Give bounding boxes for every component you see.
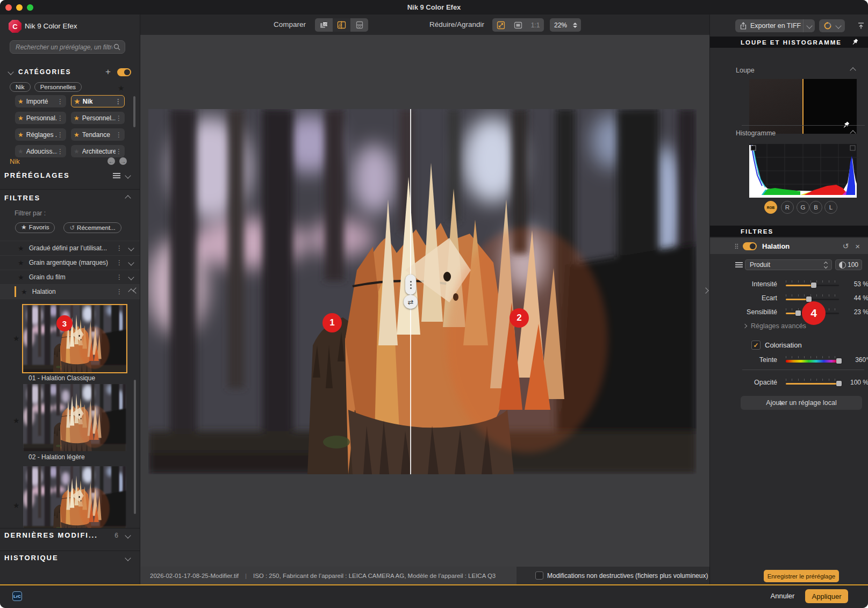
compare-overlay-icon[interactable] bbox=[315, 18, 333, 32]
channel-b-button[interactable]: B bbox=[809, 201, 822, 214]
presets-scrollbar[interactable] bbox=[134, 380, 136, 514]
star-icon[interactable]: ★ bbox=[74, 132, 80, 138]
one-to-one-button[interactable]: 1:1 bbox=[527, 18, 544, 32]
more-options-icon[interactable]: ⋮ bbox=[116, 274, 123, 280]
more-options-icon[interactable]: ⋮ bbox=[116, 288, 123, 295]
chevron-down-icon[interactable] bbox=[128, 245, 134, 251]
reset-icon[interactable]: ↺ bbox=[843, 242, 849, 250]
stepper-up-icon[interactable] bbox=[573, 23, 577, 25]
star-icon[interactable]: ★ bbox=[18, 259, 24, 266]
filter-group-grain-argentique[interactable]: ★Grain argentique (marques)⋮ bbox=[0, 255, 140, 270]
search-input[interactable] bbox=[15, 43, 113, 52]
more-options-icon[interactable]: ⋮ bbox=[57, 98, 63, 105]
halation-filter-row[interactable]: Halation ↺ × bbox=[710, 238, 868, 254]
star-icon[interactable]: ★ bbox=[18, 132, 24, 138]
filter-group-halation[interactable]: ★Halation⋮ bbox=[0, 284, 140, 299]
filter-group-grain-film[interactable]: ★Grain du film⋮ bbox=[0, 270, 140, 284]
star-icon[interactable]: ★ bbox=[18, 274, 24, 281]
blend-list-icon[interactable] bbox=[735, 262, 743, 267]
slider-thumb[interactable] bbox=[811, 283, 816, 288]
sync-button[interactable] bbox=[819, 19, 845, 32]
preset-thumbnail-1[interactable] bbox=[23, 305, 126, 372]
channel-r-button[interactable]: R bbox=[781, 201, 794, 214]
export-options[interactable] bbox=[803, 19, 812, 32]
chevron-down-icon[interactable] bbox=[125, 555, 131, 561]
star-icon[interactable]: ★ bbox=[21, 288, 27, 295]
apply-button[interactable]: Appliquer bbox=[805, 589, 848, 603]
category-personnal[interactable]: ★Personnal...⋮ bbox=[15, 112, 66, 124]
teinte-slider[interactable] bbox=[786, 356, 839, 364]
split-drag-handle[interactable] bbox=[405, 274, 416, 295]
channel-g-button[interactable]: G bbox=[797, 201, 809, 214]
save-preset-button[interactable]: Enregistrer le préréglage bbox=[764, 570, 839, 582]
halation-enable-toggle[interactable] bbox=[743, 242, 757, 250]
loupe-collapse-icon[interactable] bbox=[850, 67, 856, 73]
chevron-down-icon[interactable] bbox=[128, 259, 134, 265]
presets-header-row[interactable]: PRÉRÉGLAGES bbox=[0, 171, 140, 179]
stepper-down-icon[interactable] bbox=[573, 26, 577, 28]
star-icon[interactable]: ★ bbox=[74, 115, 80, 121]
preset-thumbnail-3[interactable] bbox=[23, 466, 126, 528]
last-edits-header-row[interactable]: DERNIÈRES MODIFI... 6 bbox=[0, 531, 140, 539]
categories-scrollbar[interactable] bbox=[133, 96, 135, 127]
opacity-slider[interactable] bbox=[786, 379, 839, 386]
intensity-slider[interactable] bbox=[786, 280, 839, 288]
blend-mode-select[interactable]: Produit bbox=[745, 259, 832, 270]
category-tendance[interactable]: ★Tendance⋮ bbox=[71, 128, 125, 141]
star-icon[interactable]: ★ bbox=[18, 98, 24, 105]
star-icon[interactable]: ★ bbox=[18, 245, 24, 252]
star-icon[interactable]: ★ bbox=[74, 98, 80, 105]
category-reglages[interactable]: ★Réglages ...⋮ bbox=[15, 128, 66, 141]
star-icon[interactable]: ★ bbox=[74, 148, 80, 155]
category-architecture[interactable]: ★Architecture⋮ bbox=[71, 145, 125, 157]
compare-split-icon[interactable] bbox=[333, 18, 350, 32]
chevron-up-icon[interactable] bbox=[125, 195, 131, 201]
fill-screen-icon[interactable] bbox=[510, 18, 527, 32]
category-nik[interactable]: ★Nik⋮ bbox=[71, 95, 125, 107]
collapse-panel-icon[interactable] bbox=[857, 21, 865, 30]
ecart-slider[interactable] bbox=[786, 294, 839, 302]
tag-favorite-icon[interactable]: ★ bbox=[118, 84, 125, 92]
nondestructive-checkbox[interactable] bbox=[535, 571, 543, 580]
star-icon[interactable]: ★ bbox=[18, 148, 24, 155]
chip-favoris[interactable]: ★Favoris bbox=[15, 222, 55, 233]
preset-star-icon[interactable]: ★ bbox=[13, 417, 20, 424]
zoom-stepper[interactable] bbox=[571, 23, 579, 28]
preset-star-icon[interactable]: ★ bbox=[13, 502, 20, 509]
pin-icon[interactable] bbox=[851, 38, 859, 46]
chip-recemment[interactable]: ↺Récemment... bbox=[63, 222, 121, 233]
channel-l-button[interactable]: L bbox=[824, 201, 837, 214]
chevron-down-icon[interactable] bbox=[125, 172, 131, 178]
split-swap-icon[interactable]: ⇄ bbox=[404, 295, 418, 309]
more-options-icon[interactable]: ⋮ bbox=[116, 115, 122, 121]
category-adouciss[interactable]: ★Adouciss...⋮ bbox=[15, 145, 66, 157]
filter-group-gradue[interactable]: ★Gradué défini par l’utilisat...⋮ bbox=[0, 241, 140, 255]
categories-toggle[interactable] bbox=[117, 68, 131, 76]
zoom-level-control[interactable]: 22% bbox=[550, 18, 581, 32]
more-options-icon[interactable]: ⋮ bbox=[116, 245, 123, 251]
remove-filter-icon[interactable]: × bbox=[855, 242, 860, 251]
category-personnel[interactable]: ★Personnel...⋮ bbox=[71, 112, 125, 124]
tag-personnelles[interactable]: Personnelles bbox=[34, 82, 82, 92]
chevron-down-icon[interactable] bbox=[8, 69, 13, 75]
add-category-icon[interactable]: + bbox=[105, 67, 112, 77]
chevron-down-icon[interactable] bbox=[125, 532, 131, 538]
blend-opacity-control[interactable]: 100 bbox=[835, 259, 862, 270]
tag-nik[interactable]: Nik bbox=[10, 82, 31, 92]
more-options-icon[interactable]: ⋮ bbox=[115, 98, 121, 105]
more-options-icon[interactable]: ⋮ bbox=[57, 115, 63, 121]
photo[interactable]: ⇄ 1 2 bbox=[148, 109, 697, 474]
add-local-adjustment-button[interactable]: + Ajouter un réglage local bbox=[741, 396, 862, 410]
more-options-icon[interactable]: ⋮ bbox=[116, 132, 122, 138]
filters-header-row[interactable]: FILTRES bbox=[0, 194, 140, 202]
search-box[interactable] bbox=[10, 40, 125, 54]
more-options-icon[interactable]: ⋮ bbox=[57, 148, 63, 155]
image-canvas[interactable]: ⇄ 1 2 bbox=[140, 35, 709, 567]
star-icon[interactable]: ★ bbox=[18, 115, 24, 121]
more-options-icon[interactable]: ⋮ bbox=[116, 259, 123, 266]
pager-next-icon[interactable]: → bbox=[119, 157, 127, 165]
fit-to-screen-icon[interactable] bbox=[492, 18, 510, 32]
preset-star-icon[interactable]: ★ bbox=[13, 335, 20, 342]
colorization-checkbox[interactable]: ✓ bbox=[751, 341, 761, 350]
slider-thumb[interactable] bbox=[836, 381, 842, 386]
